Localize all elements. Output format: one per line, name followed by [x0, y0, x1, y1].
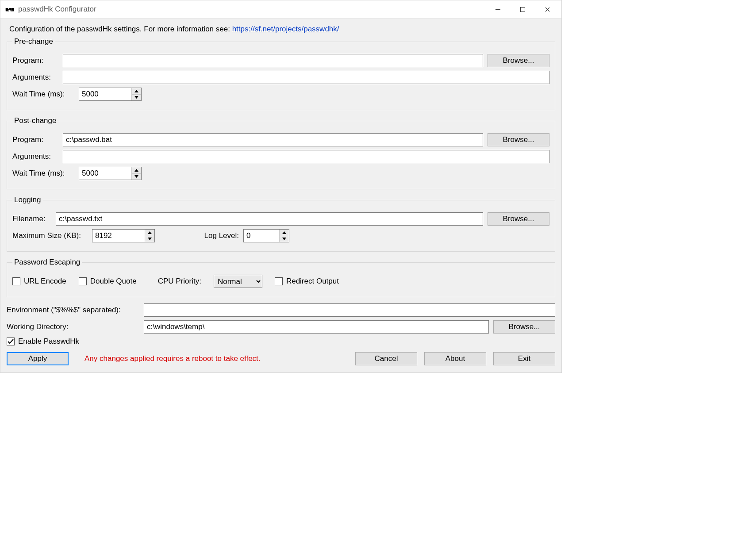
logging-legend: Logging — [12, 196, 43, 204]
post-program-input[interactable] — [63, 133, 483, 146]
spinner-down-icon[interactable] — [132, 94, 141, 101]
log-maxsize-spinner[interactable] — [92, 229, 155, 242]
pre-args-label: Arguments: — [12, 73, 58, 82]
post-wait-spinner[interactable] — [79, 167, 142, 180]
logging-group: Logging Filename: Browse... Maximum Size… — [7, 196, 555, 252]
intro-link[interactable]: https://sf.net/projects/passwdhk/ — [232, 25, 339, 33]
log-level-spinner[interactable] — [243, 229, 289, 242]
cpu-priority-label: CPU Priority: — [158, 277, 201, 286]
svg-rect-2 — [8, 9, 11, 10]
post-wait-label: Wait Time (ms): — [12, 169, 74, 178]
post-wait-value[interactable] — [79, 167, 131, 180]
wd-label: Working Directory: — [7, 322, 139, 331]
log-level-label: Log Level: — [199, 231, 239, 240]
enable-label: Enable PasswdHk — [18, 337, 79, 346]
postchange-legend: Post-change — [12, 116, 58, 125]
cancel-button[interactable]: Cancel — [355, 352, 417, 365]
spinner-up-icon[interactable] — [132, 88, 141, 94]
log-maxsize-value[interactable] — [92, 230, 145, 242]
post-args-label: Arguments: — [12, 152, 58, 161]
prechange-group: Pre-change Program: Browse... Arguments:… — [7, 37, 555, 110]
checkbox-icon — [275, 277, 283, 285]
wd-browse-button[interactable]: Browse... — [493, 320, 555, 334]
exit-button[interactable]: Exit — [493, 352, 555, 365]
titlebar: passwdHk Configurator — [0, 0, 561, 18]
dquote-checkbox[interactable]: Double Quote — [79, 277, 137, 286]
env-input[interactable] — [144, 303, 555, 317]
pre-program-input[interactable] — [63, 54, 483, 67]
prechange-legend: Pre-change — [12, 37, 55, 46]
window-title: passwdHk Configurator — [18, 5, 96, 14]
pre-args-input[interactable] — [63, 71, 549, 84]
redirect-label: Redirect Output — [286, 277, 339, 286]
cpu-priority-select[interactable]: Normal — [214, 275, 262, 288]
svg-rect-0 — [6, 8, 8, 11]
log-filename-input[interactable] — [56, 212, 483, 226]
footer: Apply Any changes applied requires a reb… — [7, 352, 555, 365]
client-area: Configuration of the passwdHk settings. … — [0, 18, 561, 372]
pre-program-label: Program: — [12, 56, 58, 65]
pre-wait-value[interactable] — [79, 88, 131, 100]
spinner-up-icon[interactable] — [145, 230, 154, 236]
pre-wait-spinner[interactable] — [79, 88, 142, 101]
spinner-up-icon[interactable] — [280, 230, 289, 236]
intro-text: Configuration of the passwdHk settings. … — [9, 25, 232, 33]
postchange-group: Post-change Program: Browse... Arguments… — [7, 116, 555, 189]
app-window: passwdHk Configurator Configuration of t… — [0, 0, 562, 373]
redirect-checkbox[interactable]: Redirect Output — [275, 277, 339, 286]
maximize-button[interactable] — [510, 1, 535, 18]
checkbox-checked-icon — [7, 338, 15, 345]
escaping-legend: Password Escaping — [12, 258, 82, 267]
log-level-value[interactable] — [244, 230, 279, 242]
env-label: Environment ("$%%$" separated): — [7, 306, 139, 315]
intro-text-row: Configuration of the passwdHk settings. … — [9, 25, 555, 34]
enable-checkbox[interactable]: Enable PasswdHk — [7, 337, 79, 346]
minimize-button[interactable] — [485, 1, 510, 18]
svg-rect-1 — [12, 8, 14, 11]
escaping-group: Password Escaping URL Encode Double Quot… — [7, 258, 555, 297]
post-program-label: Program: — [12, 135, 58, 144]
urlencode-label: URL Encode — [24, 277, 66, 286]
log-maxsize-label: Maximum Size (KB): — [12, 231, 88, 240]
spinner-down-icon[interactable] — [132, 173, 141, 180]
post-args-input[interactable] — [63, 150, 549, 163]
log-filename-label: Filename: — [12, 215, 51, 223]
dquote-label: Double Quote — [90, 277, 137, 286]
spinner-up-icon[interactable] — [132, 167, 141, 173]
post-program-browse-button[interactable]: Browse... — [488, 133, 549, 146]
apply-button[interactable]: Apply — [7, 352, 69, 365]
pre-wait-label: Wait Time (ms): — [12, 90, 74, 99]
checkbox-icon — [79, 277, 87, 285]
checkbox-icon — [12, 277, 20, 285]
reboot-warning: Any changes applied requires a reboot to… — [85, 354, 261, 363]
app-icon — [5, 4, 15, 14]
about-button[interactable]: About — [424, 352, 486, 365]
pre-program-browse-button[interactable]: Browse... — [488, 54, 549, 67]
svg-rect-3 — [495, 9, 500, 10]
log-filename-browse-button[interactable]: Browse... — [488, 212, 549, 226]
svg-rect-4 — [520, 7, 525, 12]
spinner-down-icon[interactable] — [145, 236, 154, 242]
wd-input[interactable] — [144, 320, 489, 334]
close-button[interactable] — [535, 1, 560, 18]
urlencode-checkbox[interactable]: URL Encode — [12, 277, 66, 286]
spinner-down-icon[interactable] — [280, 236, 289, 242]
